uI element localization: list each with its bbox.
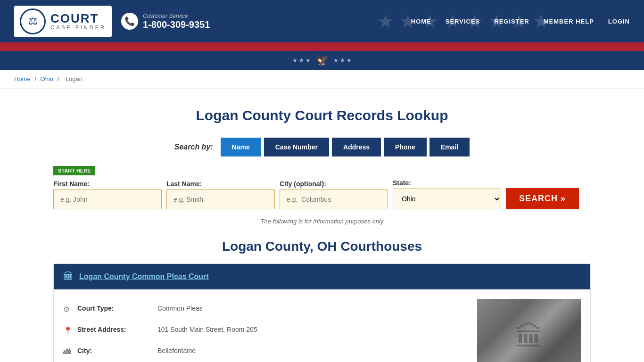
first-name-input[interactable] [53,189,162,209]
city-input[interactable] [280,189,388,209]
nav-login[interactable]: LOGIN [608,18,630,25]
courthouse-header: 🏛 Logan County Common Pleas Court [54,264,590,289]
logo[interactable]: ⚖ COURT CASE FINDER [14,6,112,37]
logo-sub-label: CASE FINDER [50,25,106,30]
courthouse-info: ⚙ Court Type: Common Pleas 📍 Street Addr… [63,299,468,362]
state-label: State: [393,179,501,187]
nav-register[interactable]: REGISTER [494,18,529,25]
nav-member-help[interactable]: MEMBER HELP [544,18,594,25]
stars-right: ★ ★ ★ [333,57,352,64]
logo-text: COURT CASE FINDER [50,12,106,30]
street-address-row: 📍 Street Address: 101 South Main Street,… [63,320,468,341]
logo-emblem: ⚖ [20,8,46,34]
street-address-value: 101 South Main Street, Room 205 [157,326,257,333]
street-address-label: Street Address: [77,326,153,333]
logo-court-label: COURT [50,12,106,25]
city-label-info: City: [77,347,153,354]
court-type-label: Court Type: [77,304,153,312]
header-wave [0,42,644,51]
customer-service: 📞 Customer Service 1-800-309-9351 [121,13,210,30]
city-row: 🏙 City: Bellefontaine [63,341,468,362]
breadcrumb-sep-2: / [58,75,61,82]
eagle-banner: ★ ★ ★ 🦅 ★ ★ ★ [0,51,644,70]
state-select[interactable]: Ohio [393,189,501,209]
courthouse-name-link[interactable]: Logan County Common Pleas Court [79,272,209,281]
tab-email[interactable]: Email [429,138,470,156]
court-type-icon: ⚙ [63,305,73,314]
courthouse-body: ⚙ Court Type: Common Pleas 📍 Street Addr… [54,289,590,362]
last-name-input[interactable] [166,189,275,209]
courthouses-title: Logan County, OH Courthouses [53,239,591,254]
breadcrumb-ohio[interactable]: Ohio [41,75,53,82]
breadcrumb-sep-1: / [34,75,38,82]
first-name-label: First Name: [53,180,162,188]
last-name-label: Last Name: [166,180,275,188]
breadcrumb-logan: Logan [66,75,83,82]
cs-phone: 1-800-309-9351 [143,19,210,30]
info-note: The following is for information purpose… [53,218,591,225]
phone-icon: 📞 [121,13,138,30]
courthouse-img-placeholder [477,299,581,362]
breadcrumb: Home / Ohio / Logan [0,70,644,89]
main-content: Logan County Court Records Lookup Search… [39,89,605,362]
breadcrumb-home[interactable]: Home [14,75,31,82]
last-name-field: Last Name: [166,180,275,209]
page-title: Logan County Court Records Lookup [53,107,591,123]
nav-services[interactable]: SERVICES [446,18,480,25]
city-label: City (optional): [280,180,388,188]
city-field: City (optional): [280,180,388,209]
state-field: State: Ohio [393,179,501,209]
scale-icon: ⚖ [28,15,38,27]
court-type-value: Common Pleas [157,304,203,312]
location-icon: 📍 [63,326,73,335]
search-by-label: Search by: [174,143,213,151]
courthouse-icon: 🏛 [63,271,74,283]
stars-left: ★ ★ ★ [292,57,311,64]
start-here-badge: START HERE [53,166,95,175]
courthouse-image [477,299,581,362]
search-by-row: Search by: Name Case Number Address Phon… [53,138,591,156]
main-nav: HOME SERVICES REGISTER MEMBER HELP LOGIN [411,18,630,25]
tab-name[interactable]: Name [221,138,261,156]
cs-label: Customer Service [143,13,210,19]
nav-home[interactable]: HOME [411,18,431,25]
site-header: ⚖ COURT CASE FINDER 📞 Customer Service 1… [0,0,644,42]
city-icon: 🏙 [63,347,73,356]
tab-address[interactable]: Address [332,138,381,156]
search-form: First Name: Last Name: City (optional): … [53,179,591,209]
courthouse-card: 🏛 Logan County Common Pleas Court ⚙ Cour… [53,263,591,362]
eagle-icon: 🦅 [316,54,329,66]
tab-phone[interactable]: Phone [384,138,427,156]
tab-case-number[interactable]: Case Number [264,138,329,156]
search-button[interactable]: SEARCH » [506,188,579,209]
court-type-row: ⚙ Court Type: Common Pleas [63,299,468,320]
first-name-field: First Name: [53,180,162,209]
city-value: Bellefontaine [157,347,196,354]
